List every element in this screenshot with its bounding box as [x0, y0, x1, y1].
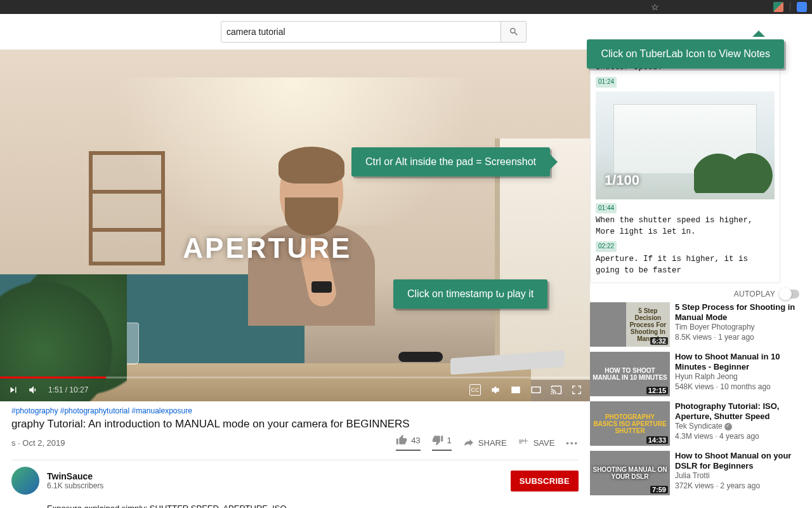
verified-icon [724, 423, 732, 431]
rec-thumbnail: PHOTOGRAPHY BASICS ISO APERTURE SHUTTER … [590, 401, 670, 446]
note-line: When the shutter speed is higher, More l… [596, 215, 775, 237]
video-info: #photography #photographytutorial #manua… [0, 401, 590, 508]
time-display: 1:51 / 10:27 [48, 385, 88, 394]
search-button[interactable] [501, 22, 526, 42]
fullscreen-icon[interactable] [571, 384, 582, 396]
note-screenshot: 1/100 [596, 91, 775, 199]
rec-title: How to Shoot Manual on your DSLR for Beg… [675, 451, 799, 471]
video-description: Exposure explained simply: SHUTTER SPEED… [47, 504, 579, 508]
note-line: Aperture. If it is higher, it is going t… [596, 253, 775, 276]
recommendation-item[interactable]: HOW TO SHOOT MANUAL IN 10 MINUTES 12:15 … [590, 352, 799, 396]
tuberlab-extension-icon[interactable] [773, 2, 783, 12]
duration-badge: 7:59 [650, 486, 668, 493]
video-title: graphy Tutorial: An introduction to MANU… [11, 418, 579, 431]
theater-icon[interactable] [530, 384, 542, 396]
rec-meta: 372K views · 2 years ago [675, 481, 799, 491]
rec-meta: 8.5K views · 1 year ago [675, 333, 799, 343]
callout-screenshot: Ctrl or Alt inside the pad = Screenshot [351, 147, 550, 177]
video-meta: s · Oct 2, 2019 [11, 438, 65, 448]
main-content: APERTURE 1:51 / 10:27 CC #photography #p… [0, 50, 812, 508]
next-icon[interactable] [8, 384, 19, 396]
rec-meta: 548K views · 10 months ago [675, 382, 799, 392]
cast-icon[interactable] [551, 384, 562, 396]
duration-badge: 12:15 [646, 387, 668, 394]
channel-avatar[interactable] [11, 467, 39, 495]
recommendation-item[interactable]: PHOTOGRAPHY BASICS ISO APERTURE SHUTTER … [590, 401, 799, 446]
channel-row: TwinSauce 6.1K subscribers SUBSCRIBE [11, 467, 579, 495]
recommendation-item[interactable]: SHOOTING MANUAL ON YOUR DSLR 7:59 How to… [590, 451, 799, 495]
note-timestamp[interactable]: 01:44 [596, 203, 617, 214]
video-player[interactable]: APERTURE 1:51 / 10:27 CC [0, 50, 590, 401]
share-button[interactable]: SHARE [463, 437, 507, 448]
hashtags[interactable]: #photography #photographytutorial #manua… [11, 406, 579, 415]
search-input[interactable] [221, 22, 501, 42]
callout-timestamp: Click on timestamp to play it [393, 279, 547, 309]
thumb-up-icon [396, 434, 407, 446]
secondary-column: Shutter Speed. 01:24 1/100 01:44 When th… [590, 50, 812, 508]
duration-badge: 14:33 [646, 436, 668, 444]
callout-tuberlab: Click on TuberLab Icon to View Notes [587, 39, 784, 69]
autoplay-row: AUTOPLAY [590, 290, 799, 298]
tuberlab-notes-panel[interactable]: Shutter Speed. 01:24 1/100 01:44 When th… [590, 56, 780, 283]
rec-title: How to Shoot Manual in 10 Minutes - Begi… [675, 352, 799, 372]
dislike-button[interactable]: 1 [432, 434, 452, 451]
like-button[interactable]: 43 [396, 434, 420, 451]
note-timestamp[interactable]: 02:22 [596, 241, 617, 252]
more-actions-button[interactable]: ••• [566, 438, 579, 448]
settings-gear-icon[interactable] [490, 384, 501, 396]
channel-name[interactable]: TwinSauce [47, 471, 103, 481]
rec-title: 5 Step Process for Shooting in Manual Mo… [675, 302, 799, 323]
search-container [221, 21, 527, 43]
cc-icon[interactable]: CC [469, 384, 481, 396]
recommendation-item[interactable]: 5 Step Decision Process For Shooting In … [590, 302, 799, 347]
screenshot-overlay-text: 1/100 [605, 170, 639, 190]
separator [790, 3, 790, 11]
player-controls: 1:51 / 10:27 CC [0, 378, 590, 401]
playlist-add-icon [518, 437, 530, 448]
rec-meta: 4.3M views · 4 years ago [675, 432, 799, 442]
browser-chrome-bar: ☆ [0, 0, 812, 14]
rec-thumbnail: 5 Step Decision Process For Shooting In … [590, 302, 670, 347]
rec-channel: Tim Boyer Photography [675, 323, 799, 333]
note-timestamp[interactable]: 01:24 [596, 77, 617, 88]
subscribe-button[interactable]: SUBSCRIBE [511, 471, 579, 491]
rec-channel: Hyun Ralph Jeong [675, 372, 799, 382]
primary-column: APERTURE 1:51 / 10:27 CC #photography #p… [0, 50, 590, 508]
rec-thumbnail: SHOOTING MANUAL ON YOUR DSLR 7:59 [590, 451, 670, 495]
miniplayer-icon[interactable] [510, 384, 521, 396]
rec-channel: Tek Syndicate [675, 422, 799, 432]
share-icon [463, 437, 475, 448]
cast-extension-icon[interactable] [797, 2, 807, 12]
thumb-down-icon [432, 434, 443, 446]
bookmark-star-icon[interactable]: ☆ [651, 2, 659, 12]
dislike-count: 1 [447, 436, 452, 445]
video-text-overlay: APERTURE [183, 232, 351, 264]
duration-badge: 6:32 [650, 337, 668, 345]
subscriber-count: 6.1K subscribers [47, 481, 103, 490]
volume-icon[interactable] [28, 384, 39, 396]
like-count: 43 [411, 436, 420, 445]
search-icon [509, 27, 519, 37]
autoplay-label: AUTOPLAY [734, 290, 775, 298]
save-button[interactable]: SAVE [518, 437, 555, 448]
autoplay-toggle[interactable] [780, 290, 799, 298]
rec-channel: Julia Trotti [675, 471, 799, 481]
rec-title: Photography Tutorial: ISO, Aperture, Shu… [675, 401, 799, 422]
rec-thumbnail: HOW TO SHOOT MANUAL IN 10 MINUTES 12:15 [590, 352, 670, 396]
